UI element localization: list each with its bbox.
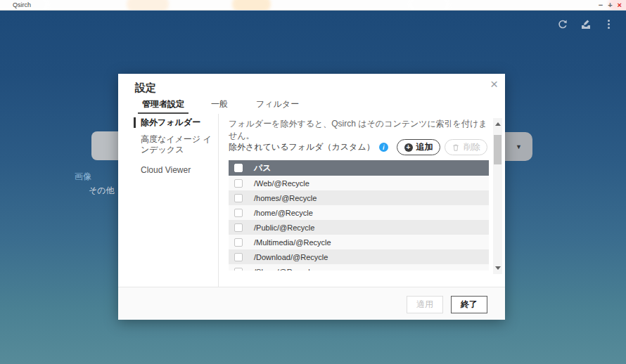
table-row[interactable]: /Multimedia/@Recycle [229,235,489,249]
settings-dialog: 設定 × 管理者設定 一般 フィルター 除外フォルダー 高度なイメージ インデッ… [118,74,505,320]
plus-circle-icon: + [404,143,413,152]
sidebar-divider [218,114,219,287]
row-checkbox[interactable] [234,253,243,261]
path-column-header: パス [254,162,272,174]
path-cell: /Share/@Recycle [254,268,314,271]
delete-button-label: 削除 [464,141,480,153]
table-row[interactable]: /Share/@Recycle [229,264,489,271]
maximize-button[interactable]: + [608,1,612,9]
scroll-up-arrow[interactable] [495,122,501,126]
row-checkbox[interactable] [234,268,243,271]
titlebar-blob [127,0,169,11]
table-row[interactable]: /Download/@Recycle [229,249,489,264]
sidebar-item-cloud-viewer[interactable]: Cloud Viewer [141,165,219,176]
delete-folder-button[interactable]: 削除 [445,139,487,155]
exit-button[interactable]: 終了 [451,296,487,313]
table-row[interactable]: /Public/@Recycle [229,220,489,235]
row-checkbox[interactable] [234,209,243,217]
active-sidebar-marker [134,117,136,128]
path-cell: /home/@Recycle [254,209,313,217]
feedback-icon[interactable] [580,18,592,30]
excluded-folders-table: パス /Web/@Recycle /homes/@Recycle /home/@… [229,160,489,271]
tab-admin-settings[interactable]: 管理者設定 [138,98,189,114]
apply-button[interactable]: 適用 [407,296,443,313]
trash-icon [452,143,460,152]
row-checkbox[interactable] [234,238,243,247]
add-button-label: 追加 [416,141,433,153]
info-icon[interactable]: i [379,143,388,152]
dialog-footer: 適用 終了 [118,287,505,320]
table-row[interactable]: /Web/@Recycle [229,176,489,190]
row-checkbox[interactable] [234,194,243,202]
close-window-button[interactable]: × [618,1,622,9]
table-header-row: パス [229,160,489,176]
table-body: /Web/@Recycle /homes/@Recycle /home/@Rec… [229,176,489,271]
close-dialog-icon[interactable]: × [490,77,498,92]
titlebar-blob [408,0,450,11]
titlebar-blob [232,0,271,11]
add-folder-button[interactable]: + 追加 [397,139,440,155]
window-title: Qsirch [13,1,31,8]
minimize-button[interactable]: − [599,1,603,9]
excluded-folders-label: 除外されているフォルダ（カスタム） [229,141,375,153]
row-checkbox[interactable] [234,179,243,188]
os-title-bar: Qsirch − + × [0,0,626,11]
category-label-other: その他 [89,185,115,197]
exclude-description: フォルダーを除外すると、Qsirch はそのコンテンツに索引を付けません。 [229,118,487,142]
qsirch-window: Qsirch − + × 画像 そ [0,0,626,364]
table-row[interactable]: /home/@Recycle [229,205,489,220]
dialog-title: 設定 [135,82,156,95]
refresh-icon[interactable] [556,18,568,30]
path-cell: /Public/@Recycle [254,223,314,232]
tab-general[interactable]: 一般 [207,98,232,114]
scrollbar-thumb[interactable] [494,135,502,164]
category-label-image: 画像 [75,171,91,183]
sidebar-item-excluded-folders[interactable]: 除外フォルダー [141,117,219,128]
scroll-down-arrow[interactable] [495,266,501,270]
table-row[interactable]: /homes/@Recycle [229,190,489,205]
select-all-checkbox[interactable] [234,164,243,172]
more-menu-icon[interactable] [603,18,615,30]
path-cell: /Web/@Recycle [254,179,309,188]
path-cell: /Multimedia/@Recycle [254,238,331,247]
path-cell: /homes/@Recycle [254,194,317,202]
vertical-scrollbar[interactable] [493,118,502,274]
path-cell: /Download/@Recycle [254,253,328,261]
row-checkbox[interactable] [234,223,243,232]
chevron-down-icon: ▼ [516,143,522,150]
tab-filter[interactable]: フィルター [252,98,303,114]
sidebar-item-advanced-image-index[interactable]: 高度なイメージ インデックス [141,134,219,155]
